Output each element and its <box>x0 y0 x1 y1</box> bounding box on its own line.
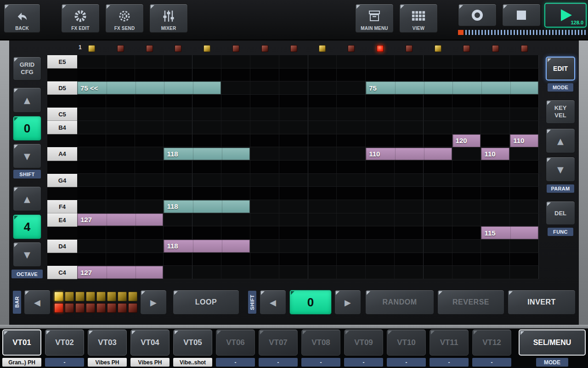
grid-cell[interactable] <box>308 55 337 68</box>
grid-cell[interactable] <box>481 240 510 253</box>
note-key-b4[interactable]: B4 <box>47 121 77 134</box>
grid-cell[interactable] <box>221 69 250 81</box>
grid-cell[interactable] <box>135 108 164 121</box>
grid-cell[interactable] <box>424 161 452 173</box>
grid-cell[interactable] <box>308 95 337 108</box>
step-marker-icon[interactable] <box>435 45 441 52</box>
grid-cell[interactable] <box>424 200 452 213</box>
shift-down-button[interactable]: ▼ <box>13 144 41 168</box>
grid-cell[interactable] <box>337 147 366 160</box>
bar-prev-button[interactable]: ◀ <box>24 290 51 315</box>
grid-cell[interactable] <box>135 174 164 187</box>
grid-cell[interactable] <box>395 95 424 108</box>
grid-cell[interactable] <box>366 108 395 121</box>
grid-cell[interactable] <box>135 95 164 108</box>
note-key-fs4[interactable] <box>47 187 77 200</box>
grid-cell[interactable] <box>279 213 308 226</box>
grid-cell[interactable] <box>77 174 106 187</box>
grid-cell[interactable] <box>337 69 366 81</box>
note-event[interactable]: 127 <box>77 266 163 279</box>
grid-cell[interactable] <box>424 253 452 266</box>
grid-cell[interactable] <box>510 200 539 213</box>
note-key-cs4[interactable] <box>47 253 77 266</box>
grid-cell[interactable] <box>308 253 337 266</box>
grid-cell[interactable] <box>308 213 337 226</box>
grid-cell[interactable] <box>279 147 308 160</box>
grid-cell[interactable] <box>366 69 395 81</box>
note-event[interactable]: 115 <box>481 226 538 239</box>
step-marker-icon[interactable] <box>117 45 124 52</box>
grid-cell[interactable] <box>250 134 279 147</box>
grid-cell[interactable] <box>221 161 250 173</box>
grid-cell[interactable] <box>192 253 221 266</box>
main-menu-button[interactable]: MAIN MENU <box>355 4 394 33</box>
grid-cell[interactable] <box>164 161 192 173</box>
reverse-button[interactable]: REVERSE <box>437 290 504 315</box>
grid-cell[interactable] <box>164 121 192 134</box>
grid-cell[interactable] <box>481 69 510 81</box>
step-marker-icon[interactable] <box>261 45 268 52</box>
grid-cell[interactable] <box>250 240 279 253</box>
grid-config-button[interactable]: GRID CFG <box>13 57 41 80</box>
fx-send-button[interactable]: FX SEND <box>105 4 144 33</box>
grid-cell[interactable] <box>192 121 221 134</box>
step-marker-icon[interactable] <box>463 45 470 52</box>
step-marker-icon[interactable] <box>232 45 239 52</box>
grid-cell[interactable] <box>481 161 510 173</box>
grid-cell[interactable] <box>337 55 366 68</box>
grid-cell[interactable] <box>192 95 221 108</box>
note-event[interactable]: 110 <box>510 134 538 147</box>
shift-right-button[interactable]: ▶ <box>334 290 361 315</box>
bar-indicator-icon[interactable] <box>128 292 137 301</box>
grid-cell[interactable] <box>510 121 539 134</box>
grid-cell[interactable] <box>395 226 424 239</box>
note-key-ds5[interactable] <box>47 69 77 81</box>
note-key-ds4[interactable] <box>47 227 77 240</box>
stop-button[interactable] <box>502 4 541 27</box>
grid-cell[interactable] <box>135 161 164 173</box>
grid-cell[interactable] <box>106 226 135 239</box>
grid-cell[interactable] <box>481 55 510 68</box>
grid-cell[interactable] <box>337 108 366 121</box>
grid-cell[interactable] <box>395 134 424 147</box>
grid-cell[interactable] <box>395 69 424 81</box>
note-event[interactable]: 75 <box>366 81 538 94</box>
grid-cell[interactable] <box>221 213 250 226</box>
grid-cell[interactable] <box>395 174 424 187</box>
note-key-a4[interactable]: A4 <box>47 147 77 161</box>
grid-cell[interactable] <box>221 81 250 94</box>
grid-cell[interactable] <box>279 187 308 200</box>
grid-cell[interactable] <box>481 213 510 226</box>
grid-cell[interactable] <box>424 213 452 226</box>
grid-cell[interactable] <box>135 240 164 253</box>
grid-cell[interactable] <box>77 95 106 108</box>
grid-cell[interactable] <box>452 174 481 187</box>
grid-cell[interactable] <box>250 213 279 226</box>
grid-cell[interactable] <box>337 266 366 279</box>
grid-cell[interactable] <box>279 55 308 68</box>
grid-cell[interactable] <box>366 95 395 108</box>
grid-cell[interactable] <box>106 95 135 108</box>
view-button[interactable]: VIEW <box>399 4 438 33</box>
grid-cell[interactable] <box>106 240 135 253</box>
note-key-gs4[interactable] <box>47 161 77 174</box>
bar-indicator-icon[interactable] <box>118 292 127 301</box>
grid-cell[interactable] <box>395 55 424 68</box>
track-button-vt12[interactable]: VT12 <box>472 329 511 356</box>
grid-cell[interactable] <box>221 187 250 200</box>
grid-cell[interactable] <box>164 187 192 200</box>
track-button-vt03[interactable]: VT03 <box>88 329 127 356</box>
grid-cell[interactable] <box>337 226 366 239</box>
shift-value-display[interactable]: 0 <box>13 116 41 141</box>
grid-cell[interactable] <box>77 161 106 173</box>
note-event[interactable]: 110 <box>481 148 509 161</box>
grid-cell[interactable] <box>337 253 366 266</box>
grid-cell[interactable] <box>77 187 106 200</box>
loop-button[interactable]: LOOP <box>173 290 239 315</box>
step-marker-icon[interactable] <box>406 45 413 52</box>
grid-cell[interactable] <box>77 134 106 147</box>
grid-cell[interactable] <box>481 266 510 279</box>
grid-cell[interactable] <box>77 69 106 81</box>
grid-cell[interactable] <box>250 226 279 239</box>
grid-cell[interactable] <box>279 134 308 147</box>
